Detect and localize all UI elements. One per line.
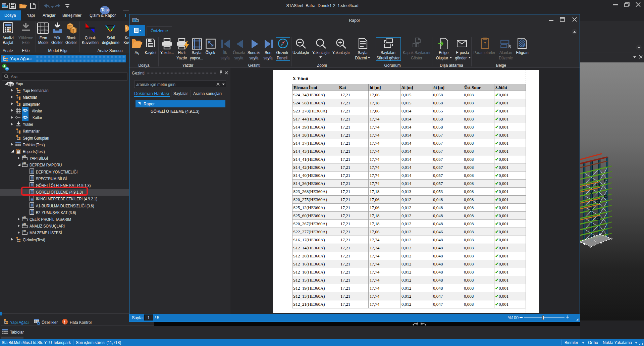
svg-text:?: ? — [484, 41, 486, 47]
